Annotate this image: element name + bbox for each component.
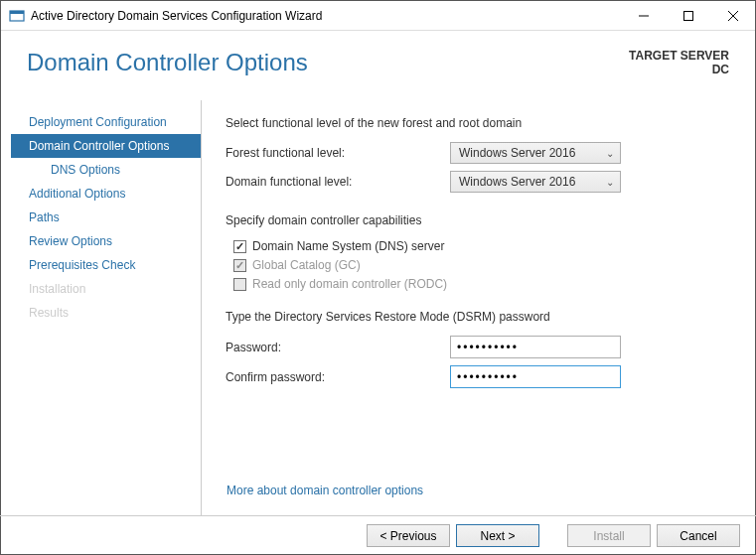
gc-checkbox [233,259,246,272]
svg-rect-1 [10,11,24,14]
header: Domain Controller Options TARGET SERVER … [1,31,755,100]
window-title: Active Directory Domain Services Configu… [31,9,621,23]
sidebar-item-paths[interactable]: Paths [11,206,201,229]
dns-checkbox-label: Domain Name System (DNS) server [252,239,444,253]
domain-level-label: Domain functional level: [226,175,450,189]
close-button[interactable] [710,1,755,30]
minimize-button[interactable] [621,1,666,30]
sidebar-item-review-options[interactable]: Review Options [11,229,201,253]
app-icon [9,8,25,24]
rodc-checkbox [233,278,246,291]
dsrm-heading: Type the Directory Services Restore Mode… [226,310,735,324]
maximize-button[interactable] [666,1,710,30]
target-server-label: TARGET SERVER [629,49,729,63]
domain-level-dropdown[interactable]: Windows Server 2016 ⌄ [450,171,621,193]
sidebar-item-prerequisites-check[interactable]: Prerequisites Check [11,253,201,277]
cancel-button[interactable]: Cancel [657,524,740,547]
sidebar-item-domain-controller-options[interactable]: Domain Controller Options [11,134,201,158]
body: Deployment Configuration Domain Controll… [1,100,755,515]
previous-button[interactable]: < Previous [367,524,450,547]
target-server-value: DC [629,63,729,76]
dns-checkbox[interactable] [233,240,246,253]
domain-level-row: Domain functional level: Windows Server … [226,171,735,193]
rodc-checkbox-row: Read only domain controller (RODC) [226,277,735,291]
gc-checkbox-row: Global Catalog (GC) [226,258,735,272]
forest-level-value: Windows Server 2016 [459,146,575,160]
password-row: Password: [226,336,735,358]
svg-rect-3 [683,11,692,20]
functional-level-heading: Select functional level of the new fores… [226,116,735,130]
target-server-info: TARGET SERVER DC [629,49,729,76]
gc-checkbox-label: Global Catalog (GC) [252,258,361,272]
chevron-down-icon: ⌄ [606,177,614,188]
confirm-password-row: Confirm password: [226,365,735,388]
chevron-down-icon: ⌄ [606,148,614,159]
capabilities-heading: Specify domain controller capabilities [226,213,735,227]
password-label: Password: [226,341,450,354]
sidebar-item-installation: Installation [11,277,201,301]
rodc-checkbox-label: Read only domain controller (RODC) [252,277,447,291]
titlebar: Active Directory Domain Services Configu… [1,1,755,31]
sidebar-item-additional-options[interactable]: Additional Options [11,182,201,206]
sidebar-item-results: Results [11,301,201,325]
install-button: Install [567,524,651,547]
forest-level-row: Forest functional level: Windows Server … [226,142,735,164]
content-area: Select functional level of the new fores… [202,100,755,515]
next-button[interactable]: Next > [456,524,539,547]
confirm-password-input[interactable] [450,365,621,388]
password-input[interactable] [450,336,621,358]
page-title: Domain Controller Options [27,49,308,76]
domain-level-value: Windows Server 2016 [459,175,575,189]
confirm-password-label: Confirm password: [226,370,450,384]
forest-level-label: Forest functional level: [226,146,450,160]
sidebar-item-deployment-configuration[interactable]: Deployment Configuration [11,110,201,134]
more-about-link[interactable]: More about domain controller options [227,484,423,497]
sidebar: Deployment Configuration Domain Controll… [11,100,202,515]
footer: < Previous Next > Install Cancel [0,515,756,555]
sidebar-item-dns-options[interactable]: DNS Options [11,158,201,182]
dns-checkbox-row: Domain Name System (DNS) server [226,239,735,253]
window-controls [621,1,755,30]
forest-level-dropdown[interactable]: Windows Server 2016 ⌄ [450,142,621,164]
